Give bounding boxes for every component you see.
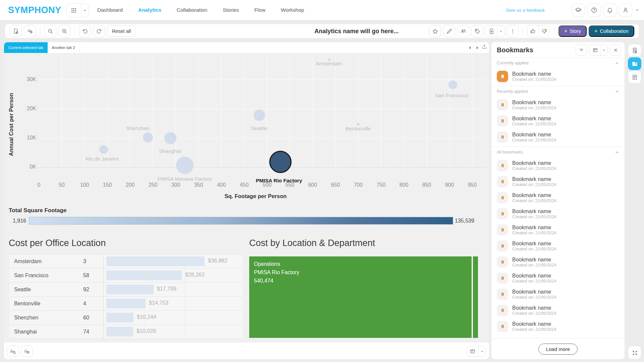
zoom-out-icon[interactable] — [44, 25, 56, 37]
tab-scroll-right-icon[interactable] — [476, 46, 479, 50]
nav-item-dashboard[interactable]: Dashboard — [97, 7, 123, 13]
layout-caret-down-icon[interactable] — [478, 346, 485, 356]
bookmark-item[interactable]: Bookmark nameCreated on: 21/05/2024 — [491, 174, 625, 190]
bubble-rio-de-janeiro[interactable] — [99, 145, 108, 154]
file-download-icon[interactable] — [486, 25, 497, 37]
chart-play-icon[interactable] — [21, 346, 33, 357]
star-icon[interactable] — [429, 25, 441, 37]
square-footage-range-slider[interactable] — [29, 217, 453, 225]
report-info-icon[interactable] — [628, 44, 641, 57]
export-tray-icon[interactable] — [481, 43, 488, 50]
bubble-pmisa-manaus-factory[interactable] — [176, 157, 194, 174]
help-icon[interactable] — [587, 3, 601, 17]
nav-item-flow[interactable]: Flow — [254, 7, 265, 13]
bookmark-item[interactable]: Bookmark nameCreated on: 21/05/2024 — [491, 68, 625, 84]
bookmark-item[interactable]: Bookmark nameCreated on: 21/05/2024 — [491, 97, 625, 113]
bookmark-item[interactable]: Bookmark nameCreated on: 21/05/2024 — [491, 190, 625, 206]
bookmarks-folder-icon[interactable] — [628, 57, 641, 70]
export-caret-down-icon[interactable] — [497, 25, 504, 37]
bookmark-icon — [497, 305, 508, 316]
collapse-icon[interactable] — [628, 346, 641, 359]
table-row-san-francisco[interactable]: San Francisco58$28,262 — [9, 268, 243, 283]
undo-icon[interactable] — [79, 25, 91, 37]
sort-lines-icon[interactable] — [576, 44, 587, 56]
bookmarks-panel: Bookmarks Currently appliedBook — [491, 42, 625, 359]
bookmarks-section-1: Recently appliedBookmark nameCreated on:… — [491, 86, 625, 146]
apps-grid-icon[interactable] — [67, 4, 81, 17]
story-button[interactable]: + Story — [558, 25, 587, 37]
bookmark-item[interactable]: Bookmark nameCreated on: 21/05/2024 — [491, 222, 625, 238]
apps-caret-down-icon[interactable] — [81, 4, 89, 17]
pencil-icon[interactable] — [443, 25, 455, 37]
bookmark-item[interactable]: Bookmark nameCreated on: 21/05/2024 — [491, 302, 625, 318]
x-axis-title: Sq. Footage per Person — [168, 193, 343, 199]
chevron-up-icon[interactable] — [615, 89, 619, 94]
bubble-shanghai[interactable] — [164, 132, 176, 144]
chevron-up-icon[interactable] — [615, 61, 619, 65]
layout-panel-icon[interactable] — [467, 346, 478, 356]
chevron-up-icon[interactable] — [615, 150, 619, 155]
headcount-cell: 74 — [83, 329, 103, 335]
zoom-in-icon[interactable] — [58, 25, 70, 37]
nav-item-analytics[interactable]: Analytics — [138, 7, 161, 13]
x-gridline — [267, 56, 267, 172]
feedback-link[interactable]: Give us a feedback — [506, 8, 545, 13]
graduation-cap-icon[interactable] — [572, 3, 585, 17]
cost-table-title: Cost per Office Location — [9, 238, 106, 248]
tab-scroll-left-icon[interactable] — [468, 46, 471, 50]
x-gridline — [358, 56, 359, 172]
table-row-amsterdam[interactable]: Amsterdam3$36,882 — [9, 254, 243, 268]
bookmark-item[interactable]: Bookmark nameCreated on: 21/05/2024 — [491, 129, 625, 145]
table-row-shenzhen[interactable]: Shenzhen60$10,244 — [9, 311, 243, 325]
bookmark-item[interactable]: Bookmark nameCreated on: 21/05/2024 — [491, 318, 625, 335]
treemap-cell1[interactable]: OperationsPMISA Rio Factory540,474 — [249, 256, 472, 338]
bookmark-item[interactable]: Bookmark nameCreated on: 21/05/2024 — [491, 158, 625, 174]
bubble-shenzhen[interactable] — [143, 132, 153, 142]
bookmark-item[interactable]: Bookmark nameCreated on: 21/05/2024 — [491, 286, 625, 302]
bubble-bentonville[interactable] — [357, 123, 360, 126]
close-icon[interactable] — [610, 44, 621, 56]
toolbar-divider — [554, 27, 554, 35]
tab-1[interactable]: Current selected tab — [4, 42, 48, 53]
bookmark-item[interactable]: Bookmark nameCreated on: 21/05/2024 — [491, 206, 625, 222]
bubble-pmisa-rio-factory[interactable] — [269, 151, 291, 173]
bookmark-created-date: Created on: 21/05/2024 — [512, 311, 556, 316]
load-more-button[interactable]: Load more — [538, 344, 578, 355]
cost-value: $10,244 — [137, 314, 156, 320]
thumb-up-icon[interactable] — [527, 25, 538, 37]
bell-icon[interactable] — [603, 3, 616, 17]
tag-icon[interactable] — [471, 25, 483, 37]
bubble-san-francisco[interactable] — [448, 80, 457, 89]
treemap-cell2[interactable] — [473, 256, 478, 338]
add-filter-icon[interactable] — [24, 25, 36, 37]
nav-item-stories[interactable]: Stories — [223, 7, 239, 13]
bubble-seattle[interactable] — [254, 110, 265, 121]
new-page-icon[interactable] — [10, 25, 22, 37]
redo-icon[interactable] — [93, 25, 105, 37]
bookmark-item[interactable]: Bookmark nameCreated on: 21/05/2024 — [491, 238, 625, 254]
bottom-left-tools — [7, 346, 33, 357]
panel-caret-down-icon[interactable] — [600, 45, 607, 55]
reset-all-button[interactable]: Reset all — [107, 25, 136, 37]
tab-2[interactable]: Another tab 2 — [48, 42, 80, 53]
bookmark-item[interactable]: Bookmark nameCreated on: 21/05/2024 — [491, 113, 625, 129]
bookmark-item[interactable]: Bookmark nameCreated on: 21/05/2024 — [491, 254, 625, 270]
user-caret-down-icon[interactable] — [635, 8, 640, 12]
notes-file-icon[interactable] — [628, 71, 641, 83]
user-icon[interactable] — [619, 3, 632, 17]
x-gridline — [312, 56, 313, 172]
nav-item-collaboration[interactable]: Collaboration — [177, 7, 207, 13]
layout-columns-icon[interactable] — [590, 45, 600, 55]
nav-item-workshop[interactable]: Workshop — [281, 7, 304, 13]
users-icon[interactable] — [457, 25, 469, 37]
table-row-bentonville[interactable]: Bentonville4$14,753 — [9, 297, 243, 311]
kebab-menu-icon[interactable] — [506, 25, 519, 37]
collaboration-button[interactable]: + Collaboration — [589, 25, 634, 37]
table-row-seattle[interactable]: Seattle92$17,799 — [9, 283, 243, 297]
bubble-label: Seattle — [212, 125, 306, 131]
bookmark-icon — [497, 273, 508, 284]
table-row-shanghai[interactable]: Shanghai74$10,028 — [9, 325, 243, 339]
thumb-down-icon[interactable] — [538, 25, 550, 37]
bookmark-item[interactable]: Bookmark nameCreated on: 21/05/2024 — [491, 270, 625, 286]
chart-explore-icon[interactable] — [7, 346, 19, 357]
